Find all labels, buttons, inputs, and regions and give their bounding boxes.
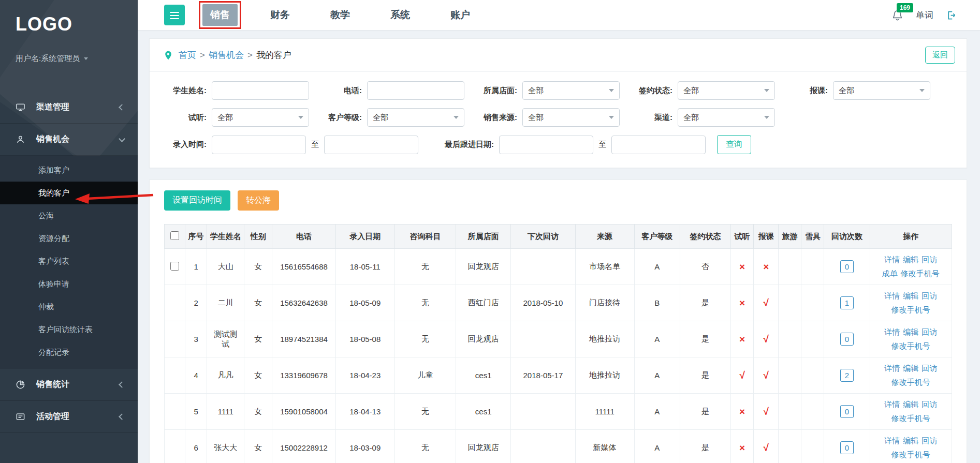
operation-link[interactable]: 编辑	[903, 254, 918, 266]
operation-link[interactable]: 编辑	[903, 399, 918, 411]
operation-link[interactable]: 详情	[884, 363, 900, 375]
row-checkbox[interactable]	[170, 262, 179, 271]
nav-item[interactable]: 销售	[202, 4, 238, 26]
operation-link[interactable]: 修改手机号	[891, 304, 930, 316]
visit-count-button[interactable]: 0	[840, 260, 854, 273]
sidebar-subitem[interactable]: 添加客户	[0, 159, 138, 182]
breadcrumb-home-link[interactable]: 首页	[179, 49, 196, 61]
operation-link[interactable]: 编辑	[903, 290, 918, 302]
cell-operations: 详情编辑回访修改手机号	[870, 357, 952, 394]
header-cell: 客户等级	[634, 225, 680, 249]
set-visit-time-button[interactable]: 设置回访时间	[164, 190, 230, 211]
table-row: 3测试测试女1897452138418-05-08无回龙观店地推拉访A是×√0详…	[165, 321, 952, 357]
sidebar-group[interactable]: 活动管理	[0, 401, 138, 433]
cell-ski	[801, 285, 824, 321]
operation-link[interactable]: 回访	[922, 290, 937, 302]
filter-select[interactable]: 全部	[833, 81, 930, 100]
filter-select[interactable]: 全部	[522, 108, 620, 127]
nav-item-label: 财务	[270, 9, 290, 20]
operation-link[interactable]: 回访	[922, 254, 937, 266]
followup-date-start-input[interactable]	[499, 136, 593, 154]
select-all-checkbox[interactable]	[170, 231, 179, 240]
visit-count-button[interactable]: 0	[840, 441, 854, 454]
to-public-sea-button[interactable]: 转公海	[238, 190, 279, 211]
visit-count-button[interactable]: 1	[840, 296, 854, 309]
cell-visits: 0	[824, 249, 870, 285]
sidebar-group[interactable]: 销售统计	[0, 369, 138, 401]
table-header-row: 序号学生姓名性别电话录入日期咨询科目所属店面下次回访来源客户等级签约状态试听报课…	[165, 225, 952, 249]
visit-count-button[interactable]: 0	[840, 333, 854, 346]
filter-field: 所属店面:全部	[471, 81, 626, 100]
operation-link[interactable]: 编辑	[903, 326, 918, 338]
word-link[interactable]: 单词	[916, 9, 933, 21]
sidebar-subitem[interactable]: 客户列表	[0, 250, 138, 273]
operation-link[interactable]: 编辑	[903, 363, 918, 375]
visit-count-button[interactable]: 0	[840, 405, 854, 418]
logout-icon[interactable]	[946, 10, 957, 21]
cell-store: 回龙观店	[456, 321, 511, 357]
sidebar-subitem[interactable]: 仲裁	[0, 295, 138, 318]
operation-link[interactable]: 回访	[922, 399, 937, 411]
header-cell: 学生姓名	[207, 225, 244, 249]
operation-link[interactable]: 详情	[884, 435, 900, 447]
operation-link[interactable]: 回访	[922, 326, 937, 338]
search-button[interactable]: 查询	[717, 135, 751, 154]
operation-link[interactable]: 修改手机号	[891, 413, 930, 425]
filter-select[interactable]: 全部	[678, 81, 775, 100]
back-button[interactable]: 返回	[925, 47, 955, 64]
chevron-left-icon	[119, 381, 125, 388]
cell-entry: 18-04-13	[335, 394, 394, 430]
x-mark-icon: ×	[731, 430, 754, 463]
operation-link[interactable]: 修改手机号	[901, 268, 940, 280]
cell-travel	[779, 430, 801, 463]
notifications-button[interactable]: 169	[891, 9, 903, 21]
nav-item[interactable]: 财务	[262, 4, 298, 26]
sidebar-group[interactable]: 渠道管理	[0, 92, 138, 124]
operation-link[interactable]: 修改手机号	[891, 449, 930, 461]
nav-item[interactable]: 教学	[323, 4, 358, 26]
cell-operations: 详情编辑回访修改手机号	[870, 321, 952, 357]
sidebar-subitem[interactable]: 公海	[0, 204, 138, 227]
operation-link[interactable]: 成单	[882, 268, 898, 280]
toolbar: 设置回访时间 转公海	[164, 190, 952, 211]
sidebar-group[interactable]: 销售机会	[0, 124, 138, 156]
operation-link[interactable]: 修改手机号	[891, 340, 930, 352]
filter-select-value: 全部	[683, 86, 764, 96]
entry-date-start-input[interactable]	[212, 136, 306, 154]
cell-visits: 0	[824, 394, 870, 430]
operation-link[interactable]: 回访	[922, 363, 937, 375]
filter-select[interactable]: 全部	[212, 108, 309, 127]
followup-date-end-input[interactable]	[611, 136, 706, 154]
filter-select[interactable]: 全部	[678, 108, 775, 127]
filter-input[interactable]	[212, 81, 309, 100]
operation-link[interactable]: 修改手机号	[891, 377, 930, 389]
breadcrumb-sales-link[interactable]: 销售机会	[209, 49, 244, 61]
cell-store: 回龙观店	[456, 430, 511, 463]
app-window: LOGO 用户名:系统管理员 渠道管理销售机会添加客户我的客户公海资源分配客户列…	[0, 0, 980, 463]
operation-link[interactable]: 详情	[884, 254, 900, 266]
operation-link[interactable]: 详情	[884, 290, 900, 302]
cell-source: 市场名单	[575, 249, 634, 285]
sidebar-subitem[interactable]: 资源分配	[0, 227, 138, 250]
operation-link[interactable]: 编辑	[903, 435, 918, 447]
caret-down-icon	[84, 57, 88, 60]
sidebar-subitem[interactable]: 客户回访统计表	[0, 318, 138, 341]
filter-input[interactable]	[367, 81, 464, 100]
hamburger-button[interactable]	[164, 5, 185, 25]
sidebar-subitem[interactable]: 体验申请	[0, 273, 138, 295]
operation-link[interactable]: 详情	[884, 399, 900, 411]
notification-badge: 169	[897, 3, 913, 12]
filter-select-value: 全部	[217, 113, 298, 123]
operation-link[interactable]: 详情	[884, 326, 900, 338]
visit-count-button[interactable]: 2	[840, 369, 854, 382]
sidebar-subitem[interactable]: 分配记录	[0, 341, 138, 364]
user-menu[interactable]: 用户名:系统管理员	[0, 54, 138, 64]
cell-source: 11111	[575, 394, 634, 430]
operation-link[interactable]: 回访	[922, 435, 937, 447]
sidebar-subitem[interactable]: 我的客户	[0, 182, 138, 204]
nav-item[interactable]: 账户	[443, 4, 478, 26]
filter-select[interactable]: 全部	[367, 108, 464, 127]
nav-item[interactable]: 系统	[383, 4, 418, 26]
filter-select[interactable]: 全部	[522, 81, 620, 100]
entry-date-end-input[interactable]	[324, 136, 418, 154]
